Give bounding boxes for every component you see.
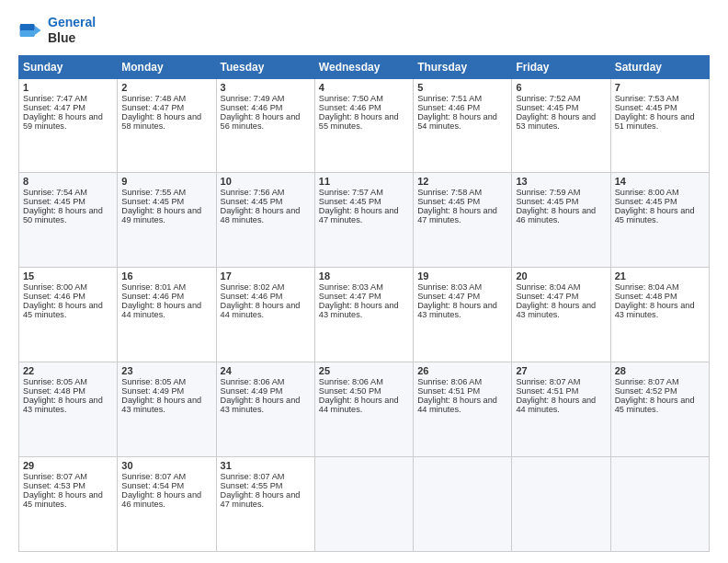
sunrise-label: Sunrise: 8:06 AM bbox=[221, 377, 285, 386]
sunset-label: Sunset: 4:55 PM bbox=[221, 481, 283, 490]
sunrise-label: Sunrise: 7:53 AM bbox=[615, 94, 679, 103]
sunrise-label: Sunrise: 8:01 AM bbox=[121, 282, 186, 292]
sunrise-label: Sunrise: 7:50 AM bbox=[319, 94, 383, 103]
day-number: 7 bbox=[615, 82, 705, 93]
day-number: 8 bbox=[23, 176, 113, 187]
day-number: 26 bbox=[417, 365, 507, 376]
calendar-cell: 12Sunrise: 7:58 AMSunset: 4:45 PMDayligh… bbox=[414, 173, 512, 268]
calendar-page: General Blue SundayMondayTuesdayWednesda… bbox=[0, 0, 728, 563]
col-header-wednesday: Wednesday bbox=[314, 55, 413, 78]
daylight-label: Daylight: 8 hours and 54 minutes. bbox=[417, 112, 497, 131]
daylight-label: Daylight: 8 hours and 44 minutes. bbox=[516, 396, 596, 414]
week-row-5: 29Sunrise: 8:07 AMSunset: 4:53 PMDayligh… bbox=[19, 457, 710, 552]
calendar-cell bbox=[314, 457, 413, 552]
col-header-tuesday: Tuesday bbox=[216, 55, 314, 78]
daylight-label: Daylight: 8 hours and 45 minutes. bbox=[615, 396, 695, 414]
calendar-cell: 17Sunrise: 8:02 AMSunset: 4:46 PMDayligh… bbox=[216, 268, 314, 362]
sunset-label: Sunset: 4:52 PM bbox=[615, 386, 677, 396]
sunset-label: Sunset: 4:47 PM bbox=[23, 103, 85, 112]
daylight-label: Daylight: 8 hours and 43 minutes. bbox=[221, 396, 301, 414]
day-number: 21 bbox=[615, 270, 705, 282]
calendar-cell: 22Sunrise: 8:05 AMSunset: 4:48 PMDayligh… bbox=[19, 362, 118, 457]
sunset-label: Sunset: 4:47 PM bbox=[516, 292, 578, 301]
day-number: 31 bbox=[221, 460, 311, 471]
calendar-cell: 2Sunrise: 7:48 AMSunset: 4:47 PMDaylight… bbox=[118, 78, 216, 173]
daylight-label: Daylight: 8 hours and 47 minutes. bbox=[319, 206, 399, 224]
sunrise-label: Sunrise: 8:05 AM bbox=[121, 377, 186, 386]
daylight-label: Daylight: 8 hours and 47 minutes. bbox=[221, 490, 301, 509]
sunset-label: Sunset: 4:45 PM bbox=[221, 197, 283, 206]
col-header-saturday: Saturday bbox=[610, 55, 709, 78]
calendar-cell: 5Sunrise: 7:51 AMSunset: 4:46 PMDaylight… bbox=[414, 78, 512, 173]
calendar-cell: 10Sunrise: 7:56 AMSunset: 4:45 PMDayligh… bbox=[216, 173, 314, 268]
daylight-label: Daylight: 8 hours and 45 minutes. bbox=[23, 301, 103, 319]
logo: General Blue bbox=[18, 15, 96, 46]
day-number: 16 bbox=[121, 270, 211, 282]
sunset-label: Sunset: 4:47 PM bbox=[417, 292, 480, 301]
sunrise-label: Sunrise: 8:07 AM bbox=[516, 377, 580, 386]
day-number: 12 bbox=[417, 176, 507, 187]
calendar-cell: 24Sunrise: 8:06 AMSunset: 4:49 PMDayligh… bbox=[216, 362, 314, 457]
calendar-cell: 21Sunrise: 8:04 AMSunset: 4:48 PMDayligh… bbox=[610, 268, 709, 362]
calendar-cell: 31Sunrise: 8:07 AMSunset: 4:55 PMDayligh… bbox=[216, 457, 314, 552]
sunset-label: Sunset: 4:46 PM bbox=[417, 103, 480, 112]
sunrise-label: Sunrise: 8:02 AM bbox=[221, 282, 285, 292]
daylight-label: Daylight: 8 hours and 50 minutes. bbox=[23, 206, 103, 224]
calendar-cell: 13Sunrise: 7:59 AMSunset: 4:45 PMDayligh… bbox=[512, 173, 610, 268]
calendar-cell: 30Sunrise: 8:07 AMSunset: 4:54 PMDayligh… bbox=[118, 457, 216, 552]
sunrise-label: Sunrise: 8:00 AM bbox=[615, 188, 679, 197]
sunset-label: Sunset: 4:54 PM bbox=[121, 481, 184, 490]
sunset-label: Sunset: 4:49 PM bbox=[221, 386, 283, 396]
calendar-cell: 9Sunrise: 7:55 AMSunset: 4:45 PMDaylight… bbox=[118, 173, 216, 268]
daylight-label: Daylight: 8 hours and 55 minutes. bbox=[319, 112, 399, 131]
calendar-header-row: SundayMondayTuesdayWednesdayThursdayFrid… bbox=[19, 55, 710, 78]
sunset-label: Sunset: 4:45 PM bbox=[615, 197, 677, 206]
sunset-label: Sunset: 4:46 PM bbox=[221, 103, 283, 112]
sunset-label: Sunset: 4:46 PM bbox=[121, 292, 184, 301]
day-number: 17 bbox=[221, 270, 311, 282]
daylight-label: Daylight: 8 hours and 45 minutes. bbox=[23, 490, 103, 509]
calendar-cell: 7Sunrise: 7:53 AMSunset: 4:45 PMDaylight… bbox=[610, 78, 709, 173]
daylight-label: Daylight: 8 hours and 59 minutes. bbox=[23, 112, 103, 131]
daylight-label: Daylight: 8 hours and 44 minutes. bbox=[121, 301, 201, 319]
sunset-label: Sunset: 4:48 PM bbox=[23, 386, 85, 396]
calendar-cell: 26Sunrise: 8:06 AMSunset: 4:51 PMDayligh… bbox=[414, 362, 512, 457]
sunset-label: Sunset: 4:45 PM bbox=[417, 197, 480, 206]
daylight-label: Daylight: 8 hours and 43 minutes. bbox=[615, 301, 695, 319]
calendar-cell: 1Sunrise: 7:47 AMSunset: 4:47 PMDaylight… bbox=[19, 78, 118, 173]
daylight-label: Daylight: 8 hours and 44 minutes. bbox=[417, 396, 497, 414]
logo-text: General Blue bbox=[48, 15, 96, 46]
sunrise-label: Sunrise: 8:06 AM bbox=[319, 377, 383, 386]
sunrise-label: Sunrise: 8:06 AM bbox=[417, 377, 482, 386]
day-number: 10 bbox=[221, 176, 311, 187]
logo-icon bbox=[18, 17, 44, 43]
day-number: 27 bbox=[516, 365, 606, 376]
day-number: 23 bbox=[121, 365, 211, 376]
calendar-cell bbox=[512, 457, 610, 552]
svg-marker-1 bbox=[35, 26, 41, 36]
sunrise-label: Sunrise: 7:48 AM bbox=[121, 94, 186, 103]
col-header-friday: Friday bbox=[512, 55, 610, 78]
sunset-label: Sunset: 4:50 PM bbox=[319, 386, 381, 396]
calendar-cell bbox=[414, 457, 512, 552]
day-number: 15 bbox=[23, 270, 113, 282]
day-number: 4 bbox=[319, 82, 409, 93]
daylight-label: Daylight: 8 hours and 46 minutes. bbox=[516, 206, 596, 224]
day-number: 29 bbox=[23, 460, 113, 471]
sunset-label: Sunset: 4:47 PM bbox=[121, 103, 184, 112]
day-number: 11 bbox=[319, 176, 409, 187]
daylight-label: Daylight: 8 hours and 43 minutes. bbox=[319, 301, 399, 319]
sunset-label: Sunset: 4:45 PM bbox=[121, 197, 184, 206]
calendar-cell bbox=[610, 457, 709, 552]
sunrise-label: Sunrise: 8:07 AM bbox=[221, 472, 285, 481]
daylight-label: Daylight: 8 hours and 46 minutes. bbox=[121, 490, 201, 509]
calendar-cell: 25Sunrise: 8:06 AMSunset: 4:50 PMDayligh… bbox=[314, 362, 413, 457]
daylight-label: Daylight: 8 hours and 43 minutes. bbox=[121, 396, 201, 414]
daylight-label: Daylight: 8 hours and 43 minutes. bbox=[516, 301, 596, 319]
sunset-label: Sunset: 4:45 PM bbox=[615, 103, 677, 112]
daylight-label: Daylight: 8 hours and 43 minutes. bbox=[417, 301, 497, 319]
sunset-label: Sunset: 4:45 PM bbox=[319, 197, 381, 206]
day-number: 13 bbox=[516, 176, 606, 187]
calendar-cell: 3Sunrise: 7:49 AMSunset: 4:46 PMDaylight… bbox=[216, 78, 314, 173]
daylight-label: Daylight: 8 hours and 45 minutes. bbox=[615, 206, 695, 224]
